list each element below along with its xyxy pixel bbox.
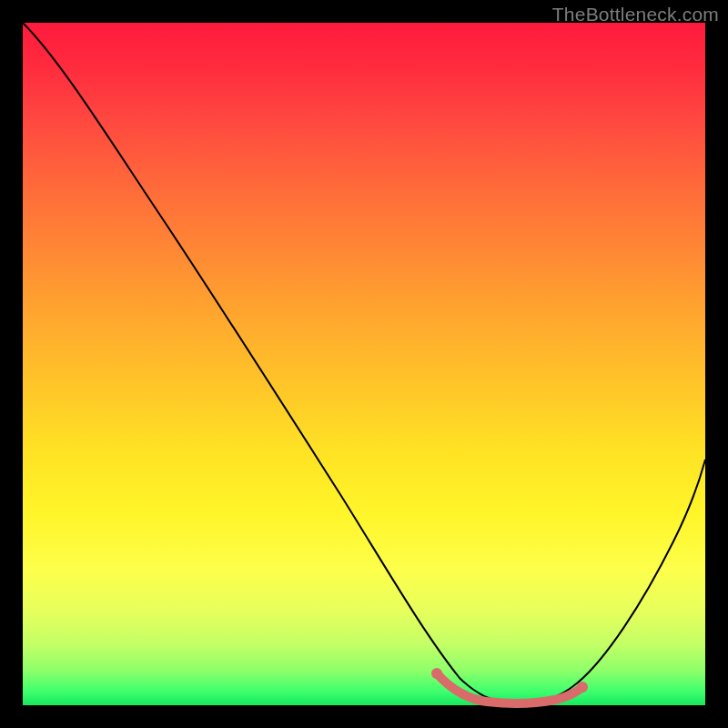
optimal-range-start-dot [431,668,442,679]
chart-svg [23,23,705,705]
watermark-text: TheBottleneck.com [552,4,719,25]
bottleneck-curve [23,23,705,703]
chart-frame: TheBottleneck.com [0,0,728,728]
plot-area [23,23,705,705]
optimal-range-end-dot [577,682,588,693]
